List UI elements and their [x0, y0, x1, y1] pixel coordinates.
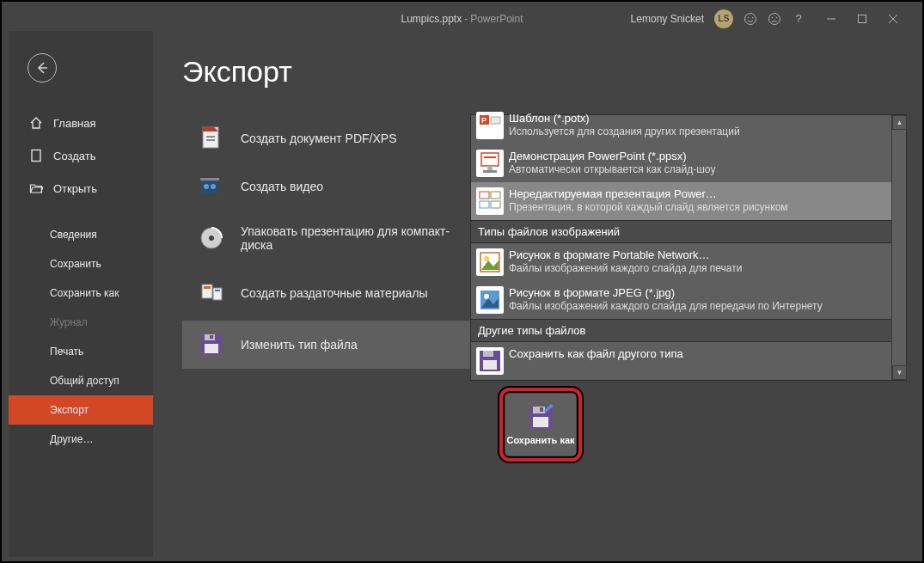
svg-rect-38	[487, 166, 493, 170]
svg-point-22	[209, 236, 214, 241]
export-menu: Создать документ PDF/XPSСоздать видеоУпа…	[182, 114, 470, 557]
page-title: Экспорт	[182, 55, 915, 89]
export-option-label: Изменить тип файла	[241, 338, 358, 352]
svg-point-1	[748, 16, 750, 18]
filetype-desc: Используется для создания других презент…	[509, 125, 889, 138]
nav-sub-item[interactable]: Печать	[9, 337, 153, 366]
save-floppy-icon	[527, 404, 554, 431]
svg-point-0	[745, 13, 756, 24]
filetype-option[interactable]: P Шаблон (*.potx) Используется для созда…	[471, 112, 906, 144]
minimize-icon[interactable]	[824, 12, 838, 26]
svg-point-3	[769, 13, 780, 24]
filetype-group-header: Типы файлов изображений	[471, 220, 906, 243]
filetype-title: Демонстрация PowerPoint (*.ppsx)	[509, 150, 889, 163]
svg-rect-34	[491, 117, 500, 124]
scroll-up-icon[interactable]: ▲	[892, 115, 907, 130]
save-as-label: Сохранить как	[506, 435, 574, 446]
nav-label: Другие…	[50, 433, 93, 445]
nav-sub-item[interactable]: Сведения	[9, 220, 153, 249]
svg-rect-39	[483, 170, 497, 173]
nav-sub-item: Журнал	[9, 308, 153, 337]
svg-rect-42	[491, 192, 500, 199]
filetype-icon	[476, 286, 504, 314]
nav-label: Экспорт	[50, 404, 89, 416]
filetype-icon: P	[476, 112, 504, 139]
export-option[interactable]: Создать видео	[182, 162, 470, 211]
filetype-desc: Файлы изображений каждого слайда для печ…	[509, 262, 889, 275]
filetype-option[interactable]: Демонстрация PowerPoint (*.ppsx) Автомат…	[471, 144, 906, 182]
maximize-icon[interactable]	[855, 12, 869, 26]
svg-rect-12	[32, 150, 40, 162]
filetype-icon	[476, 150, 504, 177]
scroll-down-icon[interactable]: ▼	[892, 365, 907, 380]
close-icon[interactable]	[886, 12, 900, 26]
svg-point-5	[776, 16, 778, 18]
export-option-label: Создать документ PDF/XPS	[241, 132, 397, 145]
nav-label: Открыть	[53, 182, 97, 195]
filetype-option[interactable]: Рисунок в формате JPEG (*.jpg) Файлы изо…	[471, 281, 906, 319]
svg-rect-16	[206, 139, 215, 141]
filetype-desc: Файлы изображений каждого слайда для пер…	[509, 300, 889, 313]
nav-label: Создать	[53, 150, 95, 162]
filetype-title: Шаблон (*.potx)	[509, 112, 889, 125]
filetype-desc: Автоматически открывается как слайд-шоу	[509, 163, 889, 176]
filetype-panel: ▲ ▼ P Шаблон (*.potx) Используется для с…	[470, 114, 907, 381]
nav-sub-item[interactable]: Экспорт	[9, 395, 153, 425]
svg-rect-29	[210, 335, 213, 339]
export-option[interactable]: Упаковать презентацию для компакт-диска	[182, 211, 470, 266]
filetype-option[interactable]: Нередактируемая презентация Power… Презе…	[471, 182, 906, 220]
filetype-icon	[476, 248, 504, 276]
nav-sub-item[interactable]: Общий доступ	[9, 366, 153, 395]
filetype-icon	[476, 347, 504, 375]
nav-sub-item[interactable]: Сохранить как	[9, 278, 153, 308]
export-option[interactable]: Создать раздаточные материалы	[182, 266, 470, 321]
svg-rect-55	[483, 360, 497, 370]
nav-label: Главная	[53, 117, 95, 130]
export-option[interactable]: Создать документ PDF/XPS	[182, 114, 470, 162]
filetype-option[interactable]: Рисунок в формате Portable Network… Файл…	[471, 243, 906, 281]
svg-text:P: P	[481, 116, 486, 125]
svg-rect-43	[480, 201, 489, 208]
avatar[interactable]: LS	[714, 9, 733, 28]
nav-sub-item[interactable]: Сохранить	[9, 249, 153, 278]
svg-point-4	[772, 16, 774, 18]
nav-label: Сведения	[50, 229, 97, 241]
nav-item-new[interactable]: Создать	[9, 139, 153, 172]
svg-point-19	[211, 184, 216, 189]
svg-rect-58	[540, 407, 543, 412]
filetype-icon	[476, 187, 504, 215]
nav-item-home[interactable]: Главная	[9, 107, 153, 139]
nav-label: Журнал	[50, 316, 88, 328]
nav-item-open[interactable]: Открыть	[9, 172, 153, 205]
save-as-button[interactable]: Сохранить как	[505, 393, 577, 456]
face-sad-icon[interactable]	[768, 12, 781, 26]
export-option[interactable]: Изменить тип файла	[182, 321, 470, 369]
filetype-desc: Презентация, в которой каждый слайд явля…	[509, 201, 889, 214]
nav-label: Сохранить	[50, 258, 101, 270]
svg-point-47	[484, 256, 489, 261]
svg-rect-8	[859, 15, 866, 22]
scrollbar[interactable]: ▲ ▼	[891, 115, 906, 380]
svg-point-2	[752, 16, 754, 18]
filetype-option[interactable]: Сохранить как файл другого типа	[471, 342, 906, 380]
filetype-title: Рисунок в формате JPEG (*.jpg)	[509, 286, 889, 300]
svg-rect-41	[480, 192, 489, 199]
svg-rect-37	[484, 156, 496, 158]
back-button[interactable]	[28, 53, 57, 83]
face-smile-icon[interactable]	[743, 12, 757, 26]
export-option-label: Упаковать презентацию для компакт-диска	[241, 224, 470, 252]
svg-rect-44	[491, 201, 500, 208]
export-option-label: Создать раздаточные материалы	[241, 286, 428, 300]
nav-label: Общий доступ	[50, 375, 119, 387]
backstage-sidebar: ГлавнаяСоздатьОткрыть СведенияСохранитьС…	[9, 31, 153, 557]
titlebar: Lumpics.pptx - PowerPoint Lemony Snicket…	[9, 6, 915, 31]
help-icon[interactable]: ?	[792, 12, 805, 26]
svg-rect-24	[204, 286, 211, 289]
svg-rect-59	[533, 417, 548, 427]
filetype-title: Рисунок в формате Portable Network…	[509, 248, 889, 262]
nav-sub-item[interactable]: Другие…	[9, 425, 153, 454]
svg-rect-20	[200, 178, 219, 181]
user-name[interactable]: Lemony Snicket	[631, 13, 704, 25]
svg-rect-36	[481, 153, 499, 166]
svg-point-18	[204, 184, 209, 189]
